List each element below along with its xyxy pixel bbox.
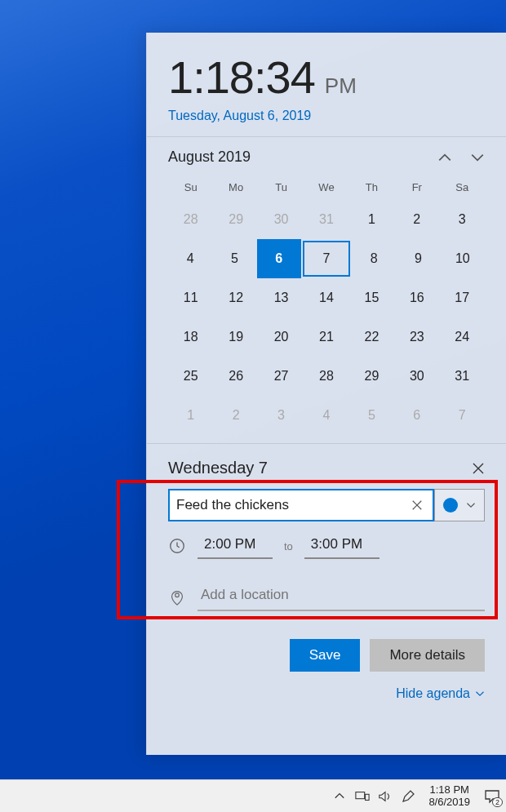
location-input[interactable] [198,583,485,611]
calendar-day[interactable]: 6 [257,239,301,278]
calendar-day[interactable]: 28 [304,357,348,396]
calendar-day[interactable]: 30 [259,200,304,239]
calendar-grid: SuMoTuWeThFrSa 2829303112345678910111213… [168,174,485,435]
calendar-day[interactable]: 7 [440,396,485,435]
chevron-down-icon [466,500,476,510]
calendar-day[interactable]: 1 [168,396,213,435]
calendar-color-dot [443,498,458,512]
calendar-day[interactable]: 6 [394,396,439,435]
calendar-day[interactable]: 31 [304,200,348,239]
hide-agenda-label: Hide agenda [396,686,470,701]
calendar-day[interactable]: 21 [304,317,348,357]
calendar-day[interactable]: 9 [396,239,440,278]
taskbar-date: 8/6/2019 [428,796,470,809]
agenda-section: Wednesday 7 to [147,444,506,755]
calendar-day[interactable]: 28 [168,200,213,239]
calendar-day[interactable]: 10 [441,239,485,278]
day-header: Th [349,174,394,200]
time-ampm: PM [325,73,357,99]
agenda-date-label: Wednesday 7 [168,459,268,477]
network-icon[interactable] [355,789,370,804]
calendar-day[interactable]: 25 [168,357,213,396]
current-time: 1:18:34 [168,51,315,104]
calendar-day[interactable]: 11 [168,278,213,317]
day-header: Su [168,174,213,200]
volume-icon[interactable] [378,789,393,804]
calendar-day[interactable]: 7 [303,241,350,277]
chevron-down-icon [475,689,485,699]
calendar-day[interactable]: 2 [394,200,439,239]
tray-overflow-icon[interactable] [332,789,347,804]
calendar-day[interactable]: 15 [349,278,394,317]
calendar-day[interactable]: 16 [394,278,439,317]
calendar-day[interactable]: 30 [394,357,439,396]
calendar-day[interactable]: 5 [212,239,256,278]
calendar-day[interactable]: 8 [352,239,396,278]
prev-month-button[interactable] [437,150,452,165]
event-title-wrapper [168,489,434,521]
hide-agenda-link[interactable]: Hide agenda [168,686,485,701]
to-label: to [284,540,293,552]
calendar-day[interactable]: 26 [213,357,258,396]
taskbar: 1:18 PM 8/6/2019 2 [0,779,506,812]
calendar-day[interactable]: 3 [259,396,304,435]
clear-title-icon[interactable] [408,496,426,514]
day-header: Sa [440,174,485,200]
calendar-day[interactable]: 20 [259,317,304,357]
calendar-day[interactable]: 14 [304,278,348,317]
calendar-day[interactable]: 23 [394,317,439,357]
calendar-day[interactable]: 1 [349,200,394,239]
taskbar-clock[interactable]: 1:18 PM 8/6/2019 [424,784,475,809]
svg-rect-2 [356,792,365,798]
calendar-day[interactable]: 18 [168,317,213,357]
month-label[interactable]: August 2019 [168,149,251,166]
more-details-button[interactable]: More details [370,639,485,672]
end-time-input[interactable] [304,533,380,559]
clock-icon [168,537,186,555]
calendar-day[interactable]: 19 [213,317,258,357]
calendar-day[interactable]: 4 [304,396,348,435]
calendar-flyout: 1:18:34 PM Tuesday, August 6, 2019 Augus… [146,33,506,755]
calendar-day[interactable]: 12 [213,278,258,317]
calendar-day[interactable]: 3 [440,200,485,239]
current-date-link[interactable]: Tuesday, August 6, 2019 [168,109,485,123]
calendar-day[interactable]: 27 [259,357,304,396]
event-title-input[interactable] [176,497,408,513]
next-month-button[interactable] [470,150,485,165]
calendar-day[interactable]: 17 [440,278,485,317]
save-button[interactable]: Save [290,639,361,672]
calendar-day[interactable]: 31 [440,357,485,396]
calendar-day[interactable]: 13 [259,278,304,317]
calendar-day[interactable]: 29 [213,200,258,239]
clock-section: 1:18:34 PM Tuesday, August 6, 2019 [147,33,506,137]
svg-point-1 [175,593,180,597]
calendar-section: August 2019 SuMoTuWeThFrSa 2829303112345… [147,137,506,444]
calendar-day[interactable]: 22 [349,317,394,357]
close-icon[interactable] [472,462,485,475]
taskbar-time: 1:18 PM [428,784,470,796]
day-header: We [304,174,348,200]
action-center-icon[interactable]: 2 [483,788,501,805]
calendar-day[interactable]: 5 [349,396,394,435]
calendar-day[interactable]: 2 [213,396,258,435]
day-header: Mo [213,174,258,200]
location-icon [168,588,186,606]
day-header: Fr [394,174,439,200]
svg-rect-3 [366,794,370,800]
calendar-picker[interactable] [434,489,485,521]
start-time-input[interactable] [198,533,273,559]
day-header: Tu [259,174,304,200]
notification-badge: 2 [492,797,503,807]
pen-icon[interactable] [401,789,415,804]
calendar-day[interactable]: 29 [349,357,394,396]
calendar-day[interactable]: 4 [168,239,212,278]
calendar-day[interactable]: 24 [440,317,485,357]
